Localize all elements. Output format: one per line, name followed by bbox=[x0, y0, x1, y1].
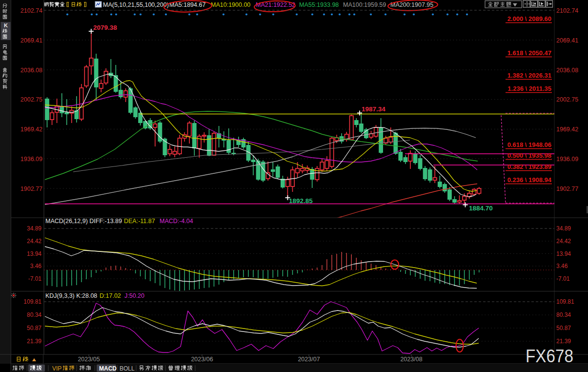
svg-text:24.42: 24.42 bbox=[27, 238, 41, 245]
svg-text:109.81: 109.81 bbox=[556, 298, 574, 305]
svg-text:MA200:1907.95: MA200:1907.95 bbox=[390, 1, 433, 8]
svg-text:0.382 \ 1923.89: 0.382 \ 1923.89 bbox=[507, 163, 551, 170]
svg-text:2023/08: 2023/08 bbox=[400, 356, 422, 363]
svg-text:2069.41: 2069.41 bbox=[556, 37, 578, 44]
svg-text:2.000 \ 2089.60: 2.000 \ 2089.60 bbox=[507, 15, 551, 22]
svg-text:34.89: 34.89 bbox=[556, 225, 571, 232]
svg-text:24.42: 24.42 bbox=[556, 238, 571, 245]
svg-text:-7.01: -7.01 bbox=[556, 275, 570, 282]
svg-text:K: K bbox=[4, 22, 8, 28]
svg-text:D:17.02: D:17.02 bbox=[100, 292, 121, 299]
svg-text:1969.42: 1969.42 bbox=[20, 126, 42, 133]
svg-text:0.500 \ 1935.98: 0.500 \ 1935.98 bbox=[507, 152, 551, 159]
svg-text:13.94: 13.94 bbox=[27, 250, 41, 257]
svg-text:MA(5,10,21,55,100,200): MA(5,10,21,55,100,200) bbox=[103, 1, 169, 8]
svg-text:3.46: 3.46 bbox=[556, 263, 568, 269]
svg-text:1969.42: 1969.42 bbox=[556, 126, 578, 133]
svg-text:J:50.20: J:50.20 bbox=[124, 292, 144, 299]
svg-text:1.618 \ 2050.47: 1.618 \ 2050.47 bbox=[507, 49, 551, 57]
svg-text:80.34: 80.34 bbox=[556, 311, 571, 318]
svg-text:1987.34: 1987.34 bbox=[362, 105, 385, 113]
svg-text:2036.08: 2036.08 bbox=[556, 67, 578, 74]
svg-text:MA55:1933.98: MA55:1933.98 bbox=[299, 1, 339, 8]
svg-text:1892.85: 1892.85 bbox=[289, 197, 313, 205]
svg-text:MA100:1959.59: MA100:1959.59 bbox=[343, 1, 386, 8]
svg-text:34.89: 34.89 bbox=[27, 225, 41, 232]
svg-text:2002.75: 2002.75 bbox=[20, 96, 42, 103]
svg-text:MACD(26,12,9) DIFF:-13.89: MACD(26,12,9) DIFF:-13.89 bbox=[45, 218, 122, 225]
svg-text:0.618 \ 1948.06: 0.618 \ 1948.06 bbox=[507, 141, 551, 148]
svg-text:KDJ(9,3,3) K:28.08: KDJ(9,3,3) K:28.08 bbox=[45, 292, 97, 299]
svg-text:3.46: 3.46 bbox=[30, 263, 42, 269]
svg-text:50.87: 50.87 bbox=[556, 325, 571, 331]
svg-text:2069.41: 2069.41 bbox=[20, 37, 42, 44]
svg-text:2002.75: 2002.75 bbox=[556, 96, 578, 103]
svg-text:2102.74: 2102.74 bbox=[20, 7, 42, 14]
svg-text:21.39: 21.39 bbox=[27, 338, 41, 345]
svg-text:1936.09: 1936.09 bbox=[20, 156, 42, 163]
svg-text:VIP: VIP bbox=[52, 365, 61, 372]
svg-text:109.81: 109.81 bbox=[23, 298, 41, 305]
svg-text:2023/06: 2023/06 bbox=[191, 356, 213, 363]
svg-text:2102.74: 2102.74 bbox=[556, 7, 578, 14]
svg-text:1902.77: 1902.77 bbox=[556, 186, 578, 192]
svg-text:80.34: 80.34 bbox=[27, 311, 41, 318]
svg-text:MA10:1900.00: MA10:1900.00 bbox=[211, 1, 250, 8]
svg-text:2023/07: 2023/07 bbox=[298, 356, 320, 363]
svg-text:DEA:-11.87: DEA:-11.87 bbox=[124, 218, 155, 225]
svg-text:0.236 \ 1908.94: 0.236 \ 1908.94 bbox=[507, 176, 552, 184]
svg-text:13.94: 13.94 bbox=[556, 250, 571, 257]
svg-text:50.87: 50.87 bbox=[27, 325, 41, 331]
svg-text:2079.38: 2079.38 bbox=[93, 24, 117, 31]
svg-text:1.236 \ 2011.35: 1.236 \ 2011.35 bbox=[507, 85, 551, 92]
svg-text:MACD: MACD bbox=[99, 365, 117, 372]
svg-text:1936.09: 1936.09 bbox=[556, 156, 578, 163]
svg-text:FX678: FX678 bbox=[526, 346, 573, 366]
svg-text:2023/05: 2023/05 bbox=[78, 356, 100, 363]
svg-text:-7.01: -7.01 bbox=[28, 275, 42, 282]
svg-text:2036.08: 2036.08 bbox=[20, 67, 42, 74]
svg-text:1.382 \ 2026.31: 1.382 \ 2026.31 bbox=[507, 72, 551, 79]
svg-text:1902.77: 1902.77 bbox=[20, 186, 42, 192]
svg-text:MACD:-4.04: MACD:-4.04 bbox=[160, 218, 193, 225]
svg-text:1884.70: 1884.70 bbox=[469, 205, 493, 212]
svg-text:21.39: 21.39 bbox=[556, 338, 571, 345]
svg-text:BOLL: BOLL bbox=[120, 365, 135, 372]
